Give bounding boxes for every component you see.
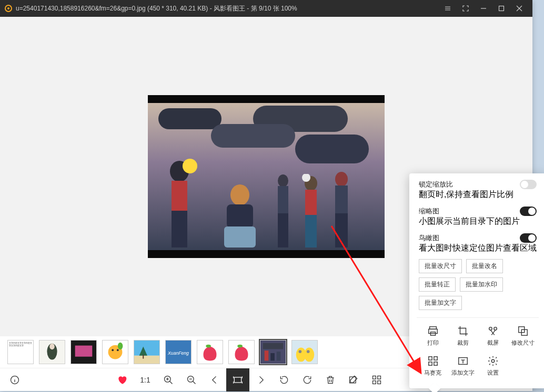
svg-line-53: [170, 381, 173, 384]
svg-point-7: [230, 184, 249, 205]
svg-point-36: [206, 345, 211, 348]
svg-rect-30: [134, 341, 159, 356]
svg-rect-12: [278, 213, 288, 247]
thumbnail-toggle[interactable]: [520, 207, 537, 216]
zoom-out-button[interactable]: [180, 368, 203, 391]
delete-button[interactable]: [319, 368, 342, 391]
svg-rect-2: [499, 6, 504, 11]
thumb-1[interactable]: 文字内容文字文字内容文字文字内容文字: [7, 340, 34, 364]
svg-point-38: [237, 345, 243, 348]
thumb-5[interactable]: [134, 340, 160, 364]
svg-rect-65: [429, 327, 436, 329]
lock-zoom-toggle[interactable]: [520, 180, 537, 189]
svg-rect-74: [428, 362, 431, 365]
add-text-tool[interactable]: 添加文字: [449, 352, 477, 380]
edit-button[interactable]: [342, 368, 365, 391]
thumb-2[interactable]: [39, 340, 65, 364]
thumb-8[interactable]: [228, 340, 255, 364]
batch-resize-button[interactable]: 批量改尺寸: [419, 259, 462, 273]
svg-rect-62: [378, 376, 381, 379]
svg-rect-61: [373, 376, 376, 379]
batch-addtext-button[interactable]: 批量加文字: [419, 296, 462, 310]
screenshot-tool[interactable]: 截屏: [479, 322, 507, 350]
minimize-button[interactable]: [475, 0, 492, 17]
svg-rect-72: [428, 357, 431, 360]
window-title: u=2540171430,1858916260&fm=26&gp=0.jpg (…: [16, 4, 439, 13]
svg-text:XuanFeng: XuanFeng: [167, 350, 189, 356]
titlebar: u=2540171430,1858916260&fm=26&gp=0.jpg (…: [0, 0, 532, 17]
app-icon: [4, 4, 13, 13]
resize-tool[interactable]: 修改尺寸: [509, 322, 537, 350]
svg-rect-40: [263, 343, 283, 349]
svg-rect-75: [434, 362, 437, 365]
thumb-4[interactable]: [102, 340, 128, 364]
svg-rect-42: [270, 353, 275, 360]
main-image: [148, 95, 385, 258]
thumb-3[interactable]: [70, 340, 97, 364]
svg-point-28: [117, 349, 119, 351]
thumb-10[interactable]: [291, 340, 318, 364]
svg-rect-73: [434, 357, 437, 360]
zoom-in-button[interactable]: [157, 368, 180, 391]
svg-point-17: [335, 172, 348, 187]
fullscreen-button[interactable]: [457, 0, 475, 17]
close-button[interactable]: [510, 0, 528, 17]
svg-point-47: [298, 350, 301, 353]
thumbnail-desc: 小图展示当前目录下的图片: [419, 216, 537, 227]
svg-rect-32: [143, 355, 144, 359]
batch-rotate-button[interactable]: 批量转正: [419, 277, 456, 292]
rotate-left-button[interactable]: [273, 368, 296, 391]
svg-rect-5: [172, 211, 187, 247]
more-popup: 锁定缩放比 翻页时,保持查看图片比例 缩略图 小图展示当前目录下的图片 鸟瞰图 …: [409, 173, 544, 388]
birdseye-toggle[interactable]: [520, 233, 537, 243]
svg-point-68: [489, 327, 492, 331]
svg-point-29: [118, 343, 123, 349]
svg-rect-31: [134, 356, 159, 364]
svg-point-48: [307, 350, 310, 353]
crop-tool[interactable]: 裁剪: [449, 322, 477, 350]
favorite-button[interactable]: [110, 368, 134, 391]
batch-rename-button[interactable]: 批量改名: [466, 259, 503, 273]
lock-zoom-desc: 翻页时,保持查看图片比例: [419, 189, 537, 200]
svg-point-22: [49, 344, 55, 350]
fit-button[interactable]: [226, 368, 249, 391]
svg-rect-24: [75, 346, 93, 357]
svg-rect-43: [277, 352, 281, 360]
window-controls: [439, 0, 528, 17]
lock-zoom-label: 锁定缩放比: [419, 180, 453, 189]
more-grid-button[interactable]: [365, 368, 388, 391]
svg-rect-59: [234, 377, 241, 383]
thumb-9[interactable]: [260, 340, 286, 364]
svg-point-27: [112, 349, 114, 351]
actual-size-button[interactable]: 1:1: [134, 368, 157, 391]
svg-point-1: [7, 7, 9, 9]
svg-rect-4: [172, 181, 187, 212]
rotate-right-button[interactable]: [296, 368, 319, 391]
svg-rect-8: [227, 204, 253, 228]
print-tool[interactable]: 打印: [419, 322, 447, 350]
thumb-6[interactable]: XuanFeng: [165, 340, 192, 364]
svg-point-6: [183, 159, 197, 173]
svg-point-46: [304, 347, 314, 362]
settings-tool[interactable]: 设置: [479, 352, 507, 380]
svg-rect-15: [305, 215, 317, 247]
batch-watermark-button[interactable]: 批量加水印: [460, 277, 503, 292]
birdseye-desc: 看大图时快速定位图片查看区域: [419, 243, 537, 254]
svg-rect-66: [428, 329, 437, 333]
svg-rect-63: [373, 380, 376, 384]
svg-rect-9: [224, 226, 256, 247]
svg-rect-14: [305, 190, 317, 216]
svg-point-10: [278, 174, 288, 187]
svg-point-77: [491, 359, 495, 363]
svg-rect-41: [265, 350, 269, 360]
svg-rect-19: [335, 213, 348, 247]
menu-button[interactable]: [439, 0, 457, 17]
info-button[interactable]: [3, 368, 26, 391]
prev-button[interactable]: [203, 368, 226, 391]
svg-rect-18: [335, 185, 348, 214]
next-button[interactable]: [249, 368, 273, 391]
svg-rect-11: [278, 186, 288, 215]
maximize-button[interactable]: [492, 0, 510, 17]
thumb-7[interactable]: [197, 340, 223, 364]
mosaic-tool[interactable]: 马赛克: [419, 352, 447, 380]
